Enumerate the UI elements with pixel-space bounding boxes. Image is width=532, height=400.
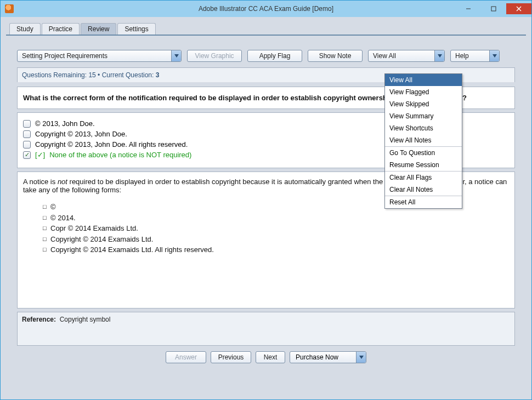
- checkbox-icon[interactable]: [23, 130, 31, 138]
- answer-button: Answer: [166, 351, 206, 363]
- maximize-button[interactable]: [481, 3, 506, 14]
- chevron-down-icon: [489, 50, 499, 61]
- view-dropdown-menu: View All View Flagged View Skipped View …: [384, 73, 462, 209]
- menu-view-all-notes[interactable]: View All Notes: [385, 134, 462, 146]
- window-controls: [456, 3, 531, 14]
- client-area: Study Practice Review Settings Setting P…: [1, 17, 531, 399]
- checkbox-checked-icon[interactable]: ✓: [23, 151, 31, 159]
- tab-review[interactable]: Review: [81, 23, 116, 35]
- tab-settings[interactable]: Settings: [117, 23, 155, 35]
- tab-study[interactable]: Study: [9, 23, 41, 35]
- titlebar[interactable]: Adobe Illustrator CC ACA Exam Guide [Dem…: [1, 1, 531, 17]
- view-value: View All: [373, 52, 396, 60]
- explanation-list: © © 2014. Copr © 2014 Examaids Ltd. Copy…: [43, 202, 509, 255]
- toolbar: Setting Project Requirements View Graphi…: [6, 36, 526, 67]
- reference-value: Copyright symbol: [60, 316, 111, 323]
- svg-rect-1: [491, 7, 496, 11]
- menu-clear-all-flags[interactable]: Clear All Flags: [385, 172, 462, 184]
- menu-view-all[interactable]: View All: [385, 74, 462, 86]
- answer-d-prefix: [✓]: [35, 151, 45, 159]
- list-item: Copyright © 2014 Examaids Ltd.: [43, 234, 509, 245]
- menu-resume-session[interactable]: Resume Session: [385, 159, 462, 171]
- bullet: •: [98, 71, 100, 79]
- view-dropdown[interactable]: View All: [368, 50, 445, 62]
- menu-view-shortcuts[interactable]: View Shortcuts: [385, 122, 462, 134]
- current-label: Current Question:: [102, 71, 154, 79]
- answer-d-text: None of the above (a notice is NOT requi…: [49, 151, 191, 159]
- show-note-button[interactable]: Show Note: [308, 50, 363, 62]
- list-item: Copyright © 2014 Examaids Ltd. All right…: [43, 244, 509, 255]
- java-icon: [5, 4, 14, 13]
- reference-panel: Reference: Copyright symbol: [17, 312, 515, 346]
- close-button[interactable]: [506, 3, 531, 14]
- maximize-icon: [491, 6, 496, 12]
- close-icon: [516, 6, 522, 12]
- answer-c-text: Copyright © 2013, John Doe. All rights r…: [35, 140, 188, 148]
- list-item: Copr © 2014 Examaids Ltd.: [43, 223, 509, 234]
- help-dropdown[interactable]: Help: [450, 50, 500, 62]
- topic-dropdown[interactable]: Setting Project Requirements: [17, 50, 182, 62]
- minimize-button[interactable]: [456, 3, 481, 14]
- answer-b-text: Copyright © 2013, John Doe.: [35, 130, 127, 138]
- chevron-down-icon: [171, 50, 181, 61]
- view-graphic-button: View Graphic: [187, 50, 242, 62]
- menu-view-summary[interactable]: View Summary: [385, 110, 462, 122]
- reference-label: Reference:: [22, 316, 56, 323]
- previous-button[interactable]: Previous: [211, 351, 251, 363]
- answer-a-text: © 2013, John Doe.: [35, 119, 95, 128]
- minimize-icon: [466, 6, 471, 12]
- menu-view-flagged[interactable]: View Flagged: [385, 86, 462, 98]
- menu-reset-all[interactable]: Reset All: [385, 196, 462, 208]
- list-item: © 2014.: [43, 213, 509, 224]
- app-window: Adobe Illustrator CC ACA Exam Guide [Dem…: [0, 0, 532, 400]
- menu-clear-all-notes[interactable]: Clear All Notes: [385, 184, 462, 196]
- tabstrip: Study Practice Review Settings: [6, 22, 526, 36]
- purchase-label: Purchase Now: [296, 353, 338, 361]
- chevron-down-icon: [434, 50, 444, 61]
- current-value: 3: [156, 71, 160, 79]
- apply-flag-button[interactable]: Apply Flag: [247, 50, 302, 62]
- checkbox-icon[interactable]: [23, 120, 31, 128]
- topic-value: Setting Project Requirements: [22, 52, 107, 60]
- menu-go-to-question[interactable]: Go To Question: [385, 147, 462, 159]
- next-button[interactable]: Next: [256, 351, 285, 363]
- bottom-bar: Answer Previous Next Purchase Now: [6, 346, 526, 363]
- checkbox-icon[interactable]: [23, 141, 31, 148]
- help-value: Help: [455, 52, 469, 60]
- remaining-value: 15: [88, 71, 95, 79]
- purchase-dropdown[interactable]: Purchase Now: [290, 351, 366, 363]
- window-title: Adobe Illustrator CC ACA Exam Guide [Dem…: [1, 5, 531, 13]
- remaining-label: Questions Remaining:: [22, 71, 87, 79]
- menu-view-skipped[interactable]: View Skipped: [385, 98, 462, 110]
- tab-practice[interactable]: Practice: [42, 23, 80, 35]
- chevron-down-icon: [356, 352, 366, 363]
